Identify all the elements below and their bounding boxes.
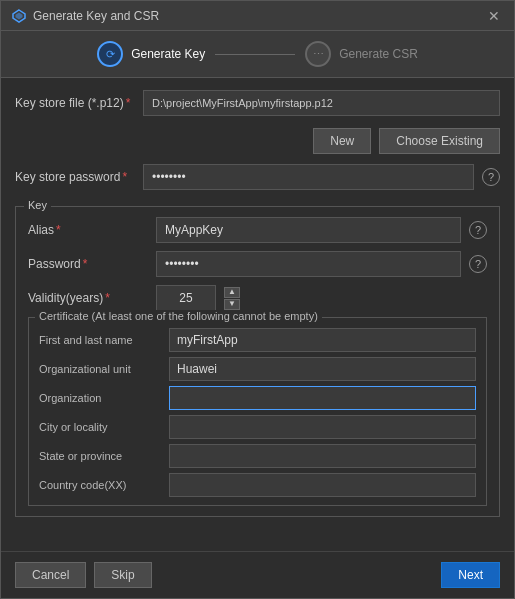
title-bar: Generate Key and CSR ✕ — [1, 1, 514, 31]
first-last-name-input[interactable] — [169, 328, 476, 352]
org-row: Organization — [39, 386, 476, 410]
keystore-password-row: Key store password* ? — [15, 164, 500, 190]
keystore-file-input[interactable] — [143, 90, 500, 116]
alias-label: Alias* — [28, 223, 148, 237]
state-input[interactable] — [169, 444, 476, 468]
first-last-name-label: First and last name — [39, 334, 169, 346]
skip-button[interactable]: Skip — [94, 562, 151, 588]
app-icon — [11, 8, 27, 24]
step1-label: Generate Key — [131, 47, 205, 61]
cert-section-label: Certificate (At least one of the followi… — [35, 310, 322, 322]
city-input[interactable] — [169, 415, 476, 439]
step2: ⋯ Generate CSR — [305, 41, 418, 67]
key-password-row: Password* ? — [28, 251, 487, 277]
keystore-password-label: Key store password* — [15, 170, 135, 184]
validity-up-button[interactable]: ▲ — [224, 287, 240, 298]
certificate-section: Certificate (At least one of the followi… — [28, 317, 487, 506]
first-last-name-row: First and last name — [39, 328, 476, 352]
main-window: Generate Key and CSR ✕ ⟳ Generate Key ⋯ … — [0, 0, 515, 599]
validity-spinner: ▲ ▼ — [224, 287, 240, 310]
cancel-button[interactable]: Cancel — [15, 562, 86, 588]
next-button[interactable]: Next — [441, 562, 500, 588]
step1-icon: ⟳ — [106, 48, 115, 61]
step1-circle: ⟳ — [97, 41, 123, 67]
close-button[interactable]: ✕ — [484, 6, 504, 26]
key-password-help-icon[interactable]: ? — [469, 255, 487, 273]
new-button[interactable]: New — [313, 128, 371, 154]
key-section: Key Alias* ? Password* ? Validit — [15, 206, 500, 517]
org-label: Organization — [39, 392, 169, 404]
step2-circle: ⋯ — [305, 41, 331, 67]
footer-left-buttons: Cancel Skip — [15, 562, 152, 588]
org-unit-label: Organizational unit — [39, 363, 169, 375]
form-content: Key store file (*.p12)* New Choose Exist… — [1, 78, 514, 551]
window-title: Generate Key and CSR — [33, 9, 484, 23]
footer: Cancel Skip Next — [1, 551, 514, 598]
step2-label: Generate CSR — [339, 47, 418, 61]
city-label: City or locality — [39, 421, 169, 433]
org-unit-row: Organizational unit — [39, 357, 476, 381]
validity-down-button[interactable]: ▼ — [224, 299, 240, 310]
validity-input[interactable] — [156, 285, 216, 311]
step1: ⟳ Generate Key — [97, 41, 205, 67]
keystore-password-help-icon[interactable]: ? — [482, 168, 500, 186]
alias-help-icon[interactable]: ? — [469, 221, 487, 239]
keystore-file-label: Key store file (*.p12)* — [15, 96, 135, 110]
step-connector — [215, 54, 295, 55]
keystore-file-row: Key store file (*.p12)* — [15, 90, 500, 116]
key-password-input[interactable] — [156, 251, 461, 277]
country-label: Country code(XX) — [39, 479, 169, 491]
state-label: State or province — [39, 450, 169, 462]
keystore-password-input[interactable] — [143, 164, 474, 190]
validity-row: Validity(years)* ▲ ▼ — [28, 285, 487, 311]
key-section-label: Key — [24, 199, 51, 211]
choose-existing-button[interactable]: Choose Existing — [379, 128, 500, 154]
country-input[interactable] — [169, 473, 476, 497]
alias-input[interactable] — [156, 217, 461, 243]
step2-icon: ⋯ — [313, 48, 324, 61]
key-password-label: Password* — [28, 257, 148, 271]
validity-label: Validity(years)* — [28, 291, 148, 305]
city-row: City or locality — [39, 415, 476, 439]
org-unit-input[interactable] — [169, 357, 476, 381]
keystore-buttons-row: New Choose Existing — [15, 128, 500, 154]
country-row: Country code(XX) — [39, 473, 476, 497]
org-input[interactable] — [169, 386, 476, 410]
state-row: State or province — [39, 444, 476, 468]
alias-row: Alias* ? — [28, 217, 487, 243]
svg-marker-1 — [16, 12, 23, 19]
stepper: ⟳ Generate Key ⋯ Generate CSR — [1, 31, 514, 78]
